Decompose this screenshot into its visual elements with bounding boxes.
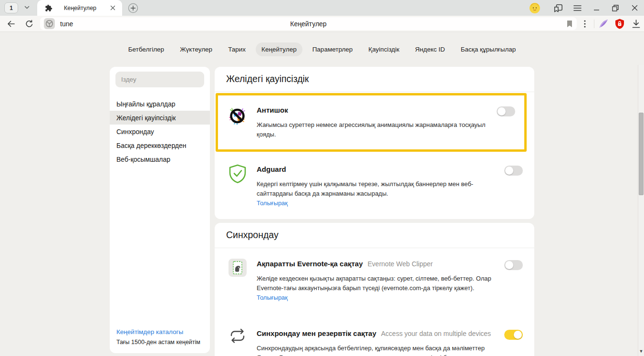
nav-tab-bookmarks[interactable]: Бетбелгілер: [123, 42, 170, 56]
window-restore-button[interactable]: [606, 0, 625, 16]
extension-name: Ақпаратты Evernote-қа сақтау: [257, 260, 363, 268]
section-network-security: Желідегі қауіпсіздік: [215, 67, 534, 219]
toolbar-divider: [594, 20, 594, 28]
browser-window: 1 Кеңейтулер: [0, 0, 644, 356]
nav-tab-yandex-id[interactable]: Яндекс ID: [409, 42, 451, 56]
sidebar-item-other-sources[interactable]: Басқа дереккөздерден: [110, 138, 210, 152]
more-link[interactable]: Толығырақ: [257, 293, 499, 303]
puzzle-icon: [45, 4, 52, 12]
sidebar-item-network-security[interactable]: Желідегі қауіпсіздік: [110, 111, 210, 125]
nav-tab-downloads[interactable]: Жүктеулер: [174, 42, 218, 56]
tab-count-label: 1: [10, 5, 13, 11]
address-bar[interactable]: tune Кеңейтулер: [40, 17, 577, 30]
adguard-toggle[interactable]: [504, 166, 523, 176]
section-title: Синхрондау: [215, 223, 534, 248]
feather-extension-icon[interactable]: [595, 16, 612, 32]
evernote-elephant-icon: [226, 258, 249, 277]
extension-subtitle: Access your data on multiple devices: [381, 330, 491, 337]
url-text: tune: [60, 20, 73, 28]
tab-count-badge[interactable]: 1: [4, 2, 18, 13]
settings-nav-tabs: Бетбелгілер Жүктеулер Тарих Кеңейтулер П…: [0, 32, 644, 56]
profile-avatar[interactable]: [530, 3, 540, 13]
sidebar: Ыңғайлы құралдар Желідегі қауіпсіздік Си…: [110, 67, 210, 353]
sidebar-item-web-apps[interactable]: Веб-қосымшалар: [110, 152, 210, 166]
extension-name: Антишок: [257, 106, 288, 114]
sidebar-item-sync[interactable]: Синхрондау: [110, 125, 210, 138]
back-button[interactable]: [2, 16, 20, 32]
search-input[interactable]: [115, 72, 204, 87]
antishock-toggle[interactable]: [497, 106, 515, 116]
extension-description: Кедергі келтірмеу үшін қалқымалы терезе,…: [257, 179, 490, 199]
extension-description: Синхрондаудың арқасында бетбелгілер, құп…: [257, 344, 499, 356]
scrollbar-down-arrow[interactable]: ▼: [638, 349, 644, 354]
tab-list-chevron-button[interactable]: [18, 0, 35, 16]
chevron-down-icon: [24, 4, 30, 12]
active-tab[interactable]: Кеңейтулер: [37, 0, 122, 16]
repeat-arrows-icon: [226, 328, 249, 344]
extensions-catalog-link[interactable]: Кеңейтімдер каталогы: [116, 328, 203, 335]
section-title: Желідегі қауіпсіздік: [215, 67, 534, 92]
menu-hamburger-button[interactable]: [568, 0, 587, 16]
extension-name: Adguard: [257, 165, 286, 173]
new-tab-button[interactable]: [127, 2, 139, 14]
extension-row-antishock: Антишок Жағымсыз суреттер немесе агресси…: [216, 93, 527, 152]
extensions-list: Желідегі қауіпсіздік: [215, 67, 534, 356]
extension-description: Жағымсыз суреттер немесе агрессиялық ани…: [257, 120, 491, 139]
nav-tab-history[interactable]: Тарих: [222, 42, 251, 56]
page-scrollbar[interactable]: ▼: [638, 65, 644, 356]
bookmark-flag-icon[interactable]: [566, 20, 573, 28]
reload-button[interactable]: [20, 16, 38, 32]
tab-close-button[interactable]: [108, 3, 117, 13]
extension-description: Желіде кездескен қызықты ақпаратты сақта…: [257, 274, 499, 293]
adguard-shield-icon: [226, 164, 249, 184]
more-link[interactable]: Толығырақ: [257, 199, 499, 208]
nav-tab-other-devices[interactable]: Басқа құрылғылар: [455, 42, 522, 56]
nav-tab-extensions[interactable]: Кеңейтулер: [256, 42, 302, 56]
nav-tab-security[interactable]: Қауіпсіздік: [363, 42, 405, 56]
tab-title: Кеңейтулер: [52, 5, 108, 11]
window-close-button[interactable]: [625, 0, 644, 16]
extension-row-sync-backup: Синхрондау мен резервтік сақтау Access y…: [215, 314, 534, 356]
extensions-catalog-note: Тағы 1500-ден астам кеңейтім: [116, 339, 203, 346]
evernote-toggle[interactable]: [504, 260, 523, 270]
nav-tab-settings[interactable]: Параметрлер: [307, 42, 359, 56]
window-minimize-button[interactable]: [587, 0, 606, 16]
sync-backup-toggle[interactable]: [504, 330, 523, 340]
scrollbar-thumb[interactable]: [639, 113, 644, 195]
extension-subtitle: Evernote Web Clipper: [368, 260, 433, 268]
protect-shield-icon[interactable]: [612, 16, 628, 32]
sidebar-item-handy-tools[interactable]: Ыңғайлы құралдар: [110, 97, 210, 111]
toolbar: tune Кеңейтулер: [0, 16, 644, 32]
address-bar-page-title: Кеңейтулер: [40, 20, 577, 28]
tab-bar: 1 Кеңейтулер: [0, 0, 644, 16]
toolbar-more-button[interactable]: [577, 16, 593, 32]
extension-name: Синхрондау мен резервтік сақтау: [257, 329, 376, 337]
settings-page: Бетбелгілер Жүктеулер Тарих Кеңейтулер П…: [0, 32, 644, 356]
extension-row-evernote: Ақпаратты Evernote-қа сақтау Evernote We…: [215, 248, 534, 314]
antishock-icon: [226, 105, 249, 127]
extension-row-adguard: Adguard Кедергі келтірмеу үшін қалқымалы…: [215, 154, 534, 219]
collections-button[interactable]: [549, 0, 568, 16]
section-sync: Синхрондау Ақпаратты Evernote-қа сақтау: [215, 223, 534, 356]
downloads-button[interactable]: [628, 16, 644, 32]
